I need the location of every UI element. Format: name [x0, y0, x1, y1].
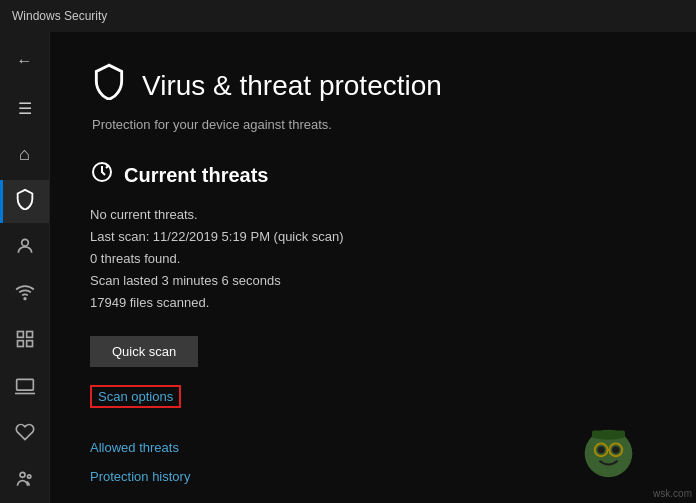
scan-options-link[interactable]: Scan options [90, 385, 181, 408]
laptop-icon [15, 376, 35, 401]
svg-rect-4 [17, 341, 23, 347]
sidebar-item-back[interactable]: ← [0, 40, 49, 83]
sidebar-item-network[interactable] [0, 274, 49, 317]
svg-rect-6 [16, 379, 33, 390]
svg-rect-5 [26, 341, 32, 347]
hamburger-icon: ☰ [18, 99, 32, 118]
page-title: Virus & threat protection [142, 70, 442, 102]
threats-found-text: 0 threats found. [90, 248, 656, 270]
wsk-watermark: wsk.com [653, 488, 692, 499]
sidebar-item-device[interactable] [0, 367, 49, 410]
no-threats-text: No current threats. [90, 204, 656, 226]
page-subtitle: Protection for your device against threa… [92, 117, 656, 132]
scan-duration-text: Scan lasted 3 minutes 6 seconds [90, 270, 656, 292]
app-icon [15, 329, 35, 354]
sidebar-item-account[interactable] [0, 227, 49, 270]
page-header-icon [90, 62, 128, 109]
heart-icon [15, 422, 35, 447]
back-icon: ← [17, 52, 33, 70]
svg-point-11 [598, 446, 605, 453]
sidebar-item-family[interactable] [0, 460, 49, 503]
title-bar: Windows Security [0, 0, 696, 32]
home-icon: ⌂ [19, 144, 30, 165]
svg-point-1 [24, 298, 26, 300]
sidebar-item-shield[interactable] [0, 180, 49, 223]
svg-point-8 [27, 475, 30, 478]
person-icon [15, 236, 35, 261]
sidebar-item-app[interactable] [0, 320, 49, 363]
title-bar-label: Windows Security [12, 9, 107, 23]
quick-scan-button[interactable]: Quick scan [90, 336, 198, 367]
svg-point-7 [20, 473, 25, 478]
clock-refresh-icon [90, 160, 114, 190]
svg-rect-14 [592, 431, 625, 438]
svg-point-12 [612, 446, 619, 453]
sidebar-item-health[interactable] [0, 414, 49, 457]
page-header: Virus & threat protection [90, 62, 656, 109]
section-title: Current threats [124, 164, 268, 187]
watermark [581, 426, 636, 485]
svg-rect-3 [26, 332, 32, 338]
shield-icon [14, 188, 36, 215]
sidebar: ← ☰ ⌂ [0, 32, 50, 503]
protection-history-link[interactable]: Protection history [90, 469, 656, 484]
allowed-threats-link[interactable]: Allowed threats [90, 440, 656, 455]
files-scanned-text: 17949 files scanned. [90, 292, 656, 314]
svg-point-0 [21, 239, 28, 246]
section-header: Current threats [90, 160, 656, 190]
svg-rect-2 [17, 332, 23, 338]
sidebar-item-home[interactable]: ⌂ [0, 133, 49, 176]
family-icon [15, 469, 35, 494]
wifi-icon [15, 282, 35, 307]
last-scan-text: Last scan: 11/22/2019 5:19 PM (quick sca… [90, 226, 656, 248]
sidebar-item-menu[interactable]: ☰ [0, 87, 49, 130]
threat-info: No current threats. Last scan: 11/22/201… [90, 204, 656, 314]
